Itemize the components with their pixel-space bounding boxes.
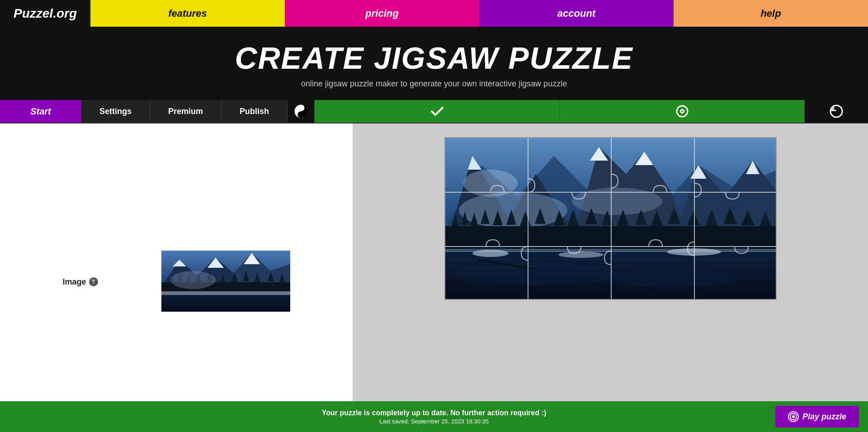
status-main-text: Your puzzle is completely up to date. No…	[292, 409, 576, 417]
undo-button[interactable]	[805, 100, 868, 123]
puzzle-preview	[444, 137, 777, 300]
svg-point-27	[170, 271, 216, 289]
hero-subtitle: online jigsaw puzzle maker to generate y…	[0, 79, 868, 89]
yin-yang-icon[interactable]	[288, 100, 315, 123]
image-label: Image	[62, 277, 86, 287]
image-help-icon[interactable]: ?	[89, 277, 98, 286]
publish-button[interactable]: Publish	[222, 100, 288, 123]
svg-rect-26	[161, 294, 290, 312]
main-nav: features pricing account help	[90, 0, 868, 27]
play-icon	[788, 411, 799, 422]
status-bar: Your puzzle is completely up to date. No…	[0, 401, 868, 432]
nav-help[interactable]: help	[674, 0, 868, 27]
nav-account[interactable]: account	[479, 0, 674, 27]
site-logo[interactable]: Puzzel.org	[0, 6, 90, 21]
header: Puzzel.org features pricing account help	[0, 0, 868, 27]
play-puzzle-button[interactable]: Play puzzle	[775, 406, 859, 427]
nav-features[interactable]: features	[90, 0, 285, 27]
svg-point-82	[792, 415, 795, 418]
start-button[interactable]: Start	[0, 100, 81, 123]
nav-pricing[interactable]: pricing	[285, 0, 479, 27]
right-panel	[353, 123, 868, 432]
svg-point-1	[299, 106, 302, 109]
svg-point-6	[830, 105, 842, 117]
svg-point-2	[299, 113, 302, 116]
settings-button[interactable]: Settings	[81, 100, 150, 123]
status-sub-text: Last saved: September 25, 2023 18:30:35	[292, 418, 576, 425]
svg-point-73	[472, 250, 509, 257]
refresh-button[interactable]	[560, 100, 805, 123]
main-content: Image ?	[0, 123, 868, 432]
toolbar: Start Settings Premium Publish	[0, 100, 868, 123]
premium-button[interactable]: Premium	[150, 100, 222, 123]
svg-point-5	[681, 110, 683, 112]
left-panel: Image ?	[0, 123, 353, 432]
hero-section: CREATE JIGSAW PUZZLE online jigsaw puzzl…	[0, 27, 868, 100]
svg-point-67	[604, 269, 739, 287]
hero-title: CREATE JIGSAW PUZZLE	[0, 40, 868, 76]
check-button[interactable]	[315, 100, 560, 123]
image-label-group: Image ?	[62, 277, 98, 287]
status-text: Your puzzle is completely up to date. No…	[292, 409, 576, 425]
svg-rect-28	[161, 291, 290, 295]
svg-point-66	[454, 262, 617, 285]
image-thumbnail[interactable]	[161, 251, 290, 313]
play-button-label: Play puzzle	[802, 412, 846, 422]
svg-point-74	[558, 252, 604, 258]
